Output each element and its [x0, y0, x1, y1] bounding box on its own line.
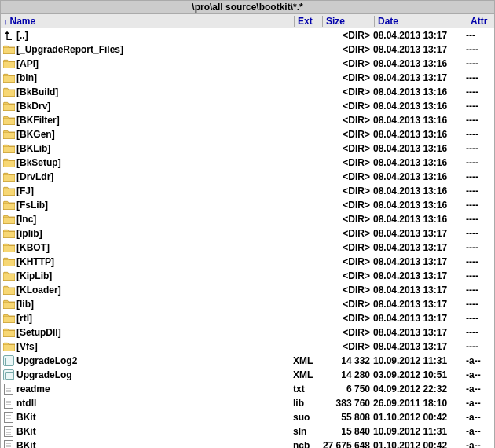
file-row[interactable]: UpgradeLogXML14 28003.09.2012 10:51-a--	[1, 368, 494, 382]
path-bar[interactable]: \pro\all source\bootkit\*.*	[1, 1, 494, 14]
folder-row[interactable]: [BKLib]<DIR>08.04.2013 13:16----	[1, 141, 494, 156]
folder-icon	[2, 171, 15, 182]
folder-row[interactable]: [KBOT]<DIR>08.04.2013 13:17----	[1, 241, 494, 255]
cell-attr: ----	[466, 129, 493, 140]
file-name: UpgradeLog2	[16, 355, 77, 366]
file-name: [BkDrv]	[16, 101, 50, 112]
folder-icon	[2, 256, 15, 267]
file-icon	[2, 384, 15, 395]
cell-date: 08.04.2013 13:17	[373, 242, 466, 253]
folder-icon	[2, 143, 15, 154]
header-name[interactable]: ↓ Name	[1, 16, 295, 27]
file-row[interactable]: readmetxt6 75004.09.2012 22:32-a--	[1, 382, 494, 396]
header-ext[interactable]: Ext	[295, 16, 323, 27]
cell-name: [BKLib]	[2, 143, 293, 154]
file-row[interactable]: BKitncb27 675 64801.10.2012 00:42-a--	[1, 439, 494, 448]
folder-row[interactable]: [DrvLdr]<DIR>08.04.2013 13:16----	[1, 170, 494, 184]
folder-row[interactable]: [KLoader]<DIR>08.04.2013 13:17----	[1, 283, 494, 297]
folder-row[interactable]: [iplib]<DIR>08.04.2013 13:17----	[1, 226, 494, 241]
cell-attr: ----	[466, 341, 493, 352]
folder-row[interactable]: [FsLib]<DIR>08.04.2013 13:16----	[1, 198, 494, 212]
cell-size: <DIR>	[321, 58, 373, 69]
cell-date: 08.04.2013 13:17	[373, 341, 466, 352]
folder-icon	[2, 72, 15, 83]
cell-attr: ----	[466, 228, 493, 239]
file-name: [_UpgradeReport_Files]	[16, 44, 123, 55]
file-name: [BKLib]	[16, 143, 50, 154]
header-size[interactable]: Size	[323, 16, 375, 27]
folder-row[interactable]: [lib]<DIR>08.04.2013 13:17----	[1, 297, 494, 311]
xml-file-icon	[2, 355, 15, 366]
folder-row[interactable]: [BkSetup]<DIR>08.04.2013 13:16----	[1, 156, 494, 170]
cell-name: UpgradeLog2	[2, 355, 293, 366]
cell-date: 08.04.2013 13:16	[373, 171, 466, 182]
cell-date: 08.04.2013 13:17	[373, 270, 466, 281]
folder-row[interactable]: [SetupDll]<DIR>08.04.2013 13:17----	[1, 325, 494, 340]
cell-name: [API]	[2, 58, 293, 69]
file-name: [DrvLdr]	[16, 171, 53, 182]
file-row[interactable]: BKitsln15 84010.09.2012 11:31-a--	[1, 424, 494, 439]
cell-name: BKit	[2, 412, 293, 423]
folder-row[interactable]: [KipLib]<DIR>08.04.2013 13:17----	[1, 269, 494, 283]
cell-size: <DIR>	[321, 214, 373, 225]
header-date[interactable]: Date	[375, 16, 468, 27]
file-name: [iplib]	[16, 228, 42, 239]
column-headers: ↓ Name Ext Size Date Attr	[1, 14, 494, 28]
cell-name: [BkSetup]	[2, 157, 293, 168]
cell-attr: ----	[466, 327, 493, 338]
cell-name: [SetupDll]	[2, 327, 293, 338]
cell-size: <DIR>	[321, 115, 373, 126]
path-text: \pro\all source\bootkit\*.*	[192, 2, 302, 13]
folder-row[interactable]: [rtl]<DIR>08.04.2013 13:17----	[1, 311, 494, 325]
folder-icon	[2, 313, 15, 324]
cell-size: <DIR>	[321, 256, 373, 267]
cell-attr: ----	[466, 185, 493, 196]
file-row[interactable]: BKitsuo55 80801.10.2012 00:42-a--	[1, 410, 494, 424]
cell-date: 08.04.2013 13:16	[373, 101, 466, 112]
file-name: [Inc]	[16, 214, 36, 225]
folder-row[interactable]: [bin]<DIR>08.04.2013 13:17----	[1, 71, 494, 85]
folder-row[interactable]: [_UpgradeReport_Files]<DIR>08.04.2013 13…	[1, 42, 494, 57]
cell-date: 26.09.2011 18:10	[373, 398, 466, 409]
file-name: [KLoader]	[16, 285, 61, 296]
file-name: [BKFilter]	[16, 115, 60, 126]
cell-size: <DIR>	[321, 129, 373, 140]
folder-row[interactable]: [BkDrv]<DIR>08.04.2013 13:16----	[1, 99, 494, 113]
file-name: BKit	[16, 440, 36, 448]
folder-row[interactable]: [BKGen]<DIR>08.04.2013 13:16----	[1, 127, 494, 141]
folder-icon	[2, 185, 15, 196]
cell-attr: -a--	[466, 398, 493, 409]
folder-icon	[2, 327, 15, 338]
file-name: UpgradeLog	[16, 369, 72, 380]
file-name: [FJ]	[16, 185, 34, 196]
cell-attr: -a--	[466, 355, 493, 366]
cell-size: 15 840	[321, 426, 373, 437]
folder-row[interactable]: [Vfs]<DIR>08.04.2013 13:17----	[1, 340, 494, 354]
file-row[interactable]: ntdlllib383 76026.09.2011 18:10-a--	[1, 396, 494, 410]
header-attr[interactable]: Attr	[468, 16, 494, 27]
cell-attr: -a--	[466, 440, 493, 448]
cell-date: 08.04.2013 13:17	[373, 228, 466, 239]
cell-name: ⮤[..]	[2, 30, 293, 41]
folder-row[interactable]: [Inc]<DIR>08.04.2013 13:16----	[1, 212, 494, 226]
cell-attr: ----	[466, 285, 493, 296]
cell-size: 14 332	[321, 355, 373, 366]
folder-row[interactable]: [API]<DIR>08.04.2013 13:16----	[1, 57, 494, 71]
file-row[interactable]: UpgradeLog2XML14 33210.09.2012 11:31-a--	[1, 354, 494, 368]
cell-name: [BkBuild]	[2, 86, 293, 97]
cell-attr: -a--	[466, 412, 493, 423]
parent-dir-row[interactable]: ⮤[..]<DIR>08.04.2013 13:17---	[1, 28, 494, 42]
cell-date: 08.04.2013 13:17	[373, 30, 466, 41]
cell-date: 08.04.2013 13:16	[373, 115, 466, 126]
cell-date: 08.04.2013 13:17	[373, 285, 466, 296]
folder-row[interactable]: [BkBuild]<DIR>08.04.2013 13:16----	[1, 85, 494, 99]
folder-row[interactable]: [KHTTP]<DIR>08.04.2013 13:17----	[1, 255, 494, 269]
cell-attr: ----	[466, 200, 493, 211]
folder-icon	[2, 129, 15, 140]
cell-date: 08.04.2013 13:17	[373, 313, 466, 324]
folder-row[interactable]: [FJ]<DIR>08.04.2013 13:16----	[1, 184, 494, 198]
cell-size: <DIR>	[321, 228, 373, 239]
file-manager-panel: \pro\all source\bootkit\*.* ↓ Name Ext S…	[0, 0, 495, 448]
folder-row[interactable]: [BKFilter]<DIR>08.04.2013 13:16----	[1, 113, 494, 127]
header-date-label: Date	[378, 16, 398, 27]
